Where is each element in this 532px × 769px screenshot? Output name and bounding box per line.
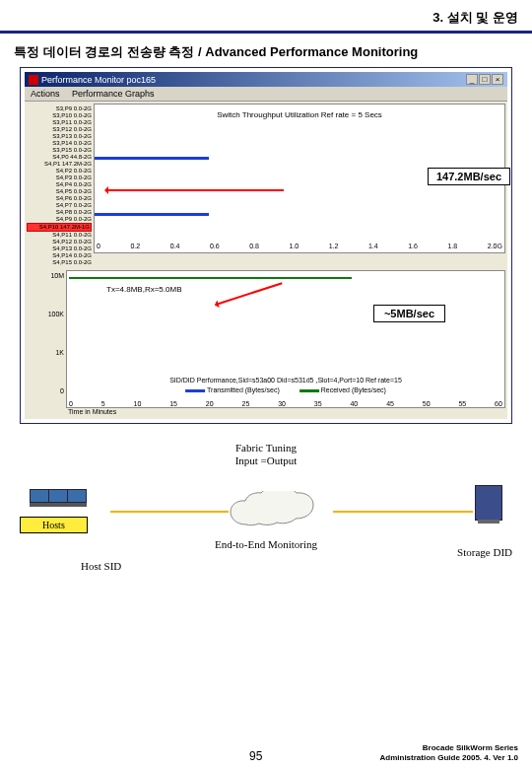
- chapter-title: 3. 설치 및 운영: [432, 10, 518, 25]
- port-label: S3,P14 0.0-2G: [27, 140, 92, 147]
- port-label: S3,P9 0.0-2G: [27, 105, 92, 112]
- link-fabric-storage: [333, 511, 473, 513]
- x-axis-1: 00.20.40.60.81.01.21.41.61.82.0G: [95, 243, 504, 252]
- storage-did-label: Storage DID: [457, 546, 512, 558]
- throughput-chart: S3,P9 0.0-2GS3,P10 0.0-2GS3,P11 0.0-2GS3…: [27, 104, 505, 268]
- throughput-plot: Switch Throughput Utilization Ref rate =…: [94, 104, 505, 253]
- port-label: S3,P13 0.0-2G: [27, 133, 92, 140]
- minimize-button[interactable]: _: [466, 74, 478, 85]
- port-label: S3,P10 0.0-2G: [27, 112, 92, 119]
- port-label: S4,P5 0.0-2G: [27, 188, 92, 195]
- legend-rx: Received (Bytes/sec): [321, 386, 386, 393]
- page-footer: 95 Brocade SilkWorm Series Administratio…: [0, 743, 532, 763]
- chart1-title: Switch Throughput Utilization Ref rate =…: [217, 110, 382, 119]
- port-label: S4,P6 0.0-2G: [27, 195, 92, 202]
- port-label: S4,P3 0.0-2G: [27, 175, 92, 181]
- chart2-legend: Transmitted (Bytes/sec) Received (Bytes/…: [185, 386, 386, 393]
- port-label: S4,P8 0.0-2G: [27, 209, 92, 216]
- chapter-header: 3. 설치 및 운영: [0, 0, 532, 34]
- port-label: S3,P12 0.0-2G: [27, 126, 92, 133]
- legend-tx: Transmitted (Bytes/sec): [207, 386, 280, 393]
- sid-did-plot: Tx=4.8MB,Rx=5.0MB ~5MB/sec SID/DID Perfo…: [66, 270, 505, 408]
- window-title: Performance Monitor poc165: [41, 75, 156, 85]
- hosts-label: Hosts: [20, 517, 88, 533]
- port-label: S4,P15 0.0-2G: [27, 259, 92, 266]
- close-button[interactable]: ×: [492, 74, 503, 85]
- page-number: 95: [132, 749, 380, 763]
- chart2-caption: SID/DID Performance,Sid=s53a00 Did=s531d…: [89, 377, 483, 384]
- window-titlebar: Performance Monitor poc165 _ □ ×: [25, 72, 507, 87]
- menu-performance-graphs[interactable]: Performance Graphs: [72, 89, 155, 99]
- callout-arrow-2: [216, 282, 282, 306]
- window-menubar: Actions Performance Graphs: [25, 87, 507, 102]
- bar-s4p1: [95, 157, 209, 160]
- section-title: 특정 데이터 경로의 전송량 측정 / Advanced Performance…: [0, 34, 532, 67]
- maximize-button[interactable]: □: [479, 74, 491, 85]
- port-label: S4,P0 44.8-2G: [27, 154, 92, 161]
- port-label: S4,P9 0.0-2G: [27, 216, 92, 223]
- perfmon-screenshot: Performance Monitor poc165 _ □ × Actions…: [20, 67, 512, 424]
- x-axis-2-label: Time in Minutes: [27, 408, 505, 417]
- e2e-label: End-to-End Monitoring: [215, 538, 317, 550]
- port-label: S4,P7 0.0-2G: [27, 202, 92, 209]
- menu-actions[interactable]: Actions: [31, 89, 60, 99]
- fabric-tuning-label: Fabric Tuning Input =Output: [235, 442, 298, 467]
- app-icon: [29, 75, 38, 85]
- port-labels: S3,P9 0.0-2GS3,P10 0.0-2GS3,P11 0.0-2GS3…: [27, 104, 94, 268]
- port-label: S4,P14 0.0-2G: [27, 252, 92, 259]
- host-icon: [67, 489, 87, 507]
- port-label: S4,P10 147.2M-1G: [27, 223, 92, 232]
- host-sid-label: Host SID: [81, 560, 121, 572]
- callout-throughput: 147.2MB/sec: [428, 168, 510, 185]
- callout-rate: ~5MB/sec: [373, 305, 445, 322]
- callout-arrow-1: [106, 189, 284, 191]
- port-label: S3,P11 0.0-2G: [27, 119, 92, 126]
- host-icon: [30, 489, 49, 507]
- port-label: S3,P15 0.0-2G: [27, 147, 92, 154]
- port-label: S4,P1 147.2M-2G: [27, 161, 92, 168]
- port-label: S4,P13 0.0-2G: [27, 245, 92, 252]
- port-label: S4,P11 0.0-2G: [27, 232, 92, 239]
- port-label: S4,P2 0.0-2G: [27, 168, 92, 175]
- hosts-group: [30, 489, 83, 507]
- topology-diagram: Fabric Tuning Input =Output Hosts End-to…: [20, 442, 512, 590]
- host-icon: [48, 489, 68, 507]
- window: Performance Monitor poc165 _ □ × Actions…: [25, 72, 507, 419]
- link-hosts-fabric: [110, 511, 229, 513]
- fabric-cloud-icon: [227, 491, 335, 534]
- sid-did-chart: 10M100K1K0 Tx=4.8MB,Rx=5.0MB ~5MB/sec SI…: [27, 270, 505, 408]
- txrx-annotation: Tx=4.8MB,Rx=5.0MB: [106, 285, 181, 294]
- bar-s4p10: [95, 213, 209, 216]
- storage-icon: [475, 485, 502, 521]
- rx-line: [69, 277, 352, 279]
- footer-credits: Brocade SilkWorm Series Administration G…: [380, 743, 519, 763]
- y-axis-2: 10M100K1K0: [27, 270, 66, 408]
- port-label: S4,P4 0.0-2G: [27, 181, 92, 188]
- x-axis-2: 051015202530354045505560: [67, 400, 504, 407]
- port-label: S4,P12 0.0-2G: [27, 239, 92, 245]
